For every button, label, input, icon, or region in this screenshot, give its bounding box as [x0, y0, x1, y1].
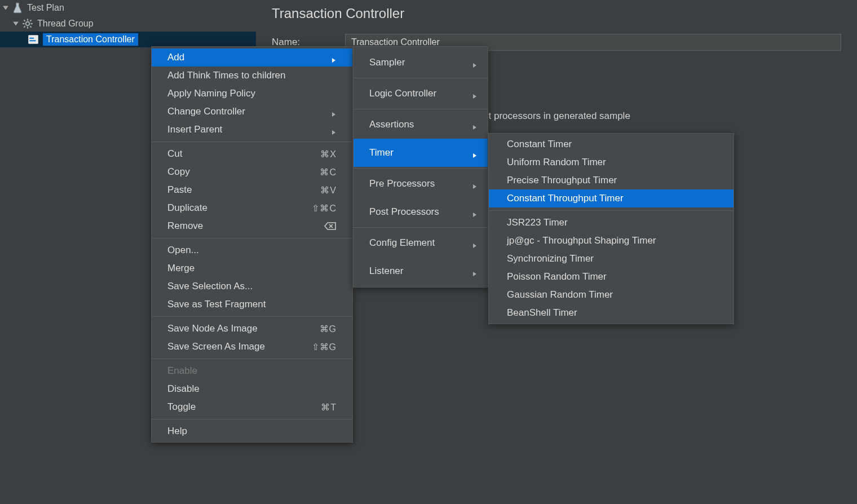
- expand-arrow-icon[interactable]: [2, 5, 9, 11]
- menu-label: Listener: [369, 266, 403, 277]
- menu-item-constant-timer[interactable]: Constant Timer: [489, 135, 734, 153]
- menu-item-help[interactable]: Help: [152, 422, 352, 440]
- menu-label: Help: [167, 426, 187, 437]
- menu-item-cut[interactable]: Cut⌘X: [152, 145, 352, 163]
- tree-item-thread-group[interactable]: Thread Group: [0, 16, 256, 32]
- svg-marker-16: [332, 130, 335, 135]
- menu-item-duplicate[interactable]: Duplicate⇧⌘C: [152, 199, 352, 217]
- submenu-arrow-icon: [472, 91, 478, 96]
- menu-item-beanshell-timer[interactable]: BeanShell Timer: [489, 304, 734, 322]
- menu-label: Insert Parent: [167, 124, 222, 135]
- menu-item-assertions[interactable]: Assertions: [354, 110, 488, 139]
- menu-label: JSR223 Timer: [507, 217, 568, 228]
- svg-line-9: [24, 26, 25, 27]
- menu-label: Pre Processors: [369, 178, 435, 189]
- menu-label: Sampler: [369, 57, 405, 68]
- menu-item-disable[interactable]: Disable: [152, 380, 352, 398]
- svg-marker-21: [473, 125, 476, 130]
- menu-item-synchronizing-timer[interactable]: Synchronizing Timer: [489, 250, 734, 268]
- menu-item-change-controller[interactable]: Change Controller: [152, 103, 352, 121]
- svg-marker-23: [473, 184, 476, 189]
- tree-item-transaction-controller[interactable]: Transaction Controller: [0, 32, 256, 47]
- menu-item-add[interactable]: Add: [152, 48, 352, 67]
- svg-marker-22: [473, 153, 476, 158]
- menu-item-poisson-random-timer[interactable]: Poisson Random Timer: [489, 268, 734, 286]
- menu-separator: [152, 419, 352, 419]
- flask-icon: [11, 2, 24, 14]
- shortcut: ⌘T: [321, 402, 337, 413]
- menu-item-pre-processors[interactable]: Pre Processors: [354, 170, 488, 198]
- menu-item-merge[interactable]: Merge: [152, 259, 352, 277]
- menu-separator: [354, 227, 488, 228]
- svg-marker-0: [3, 6, 8, 10]
- menu-item-toggle[interactable]: Toggle⌘T: [152, 398, 352, 416]
- menu-item-save-fragment[interactable]: Save as Test Fragment: [152, 295, 352, 313]
- menu-label: Post Processors: [369, 206, 439, 218]
- menu-label: Remove: [167, 220, 203, 232]
- menu-item-post-processors[interactable]: Post Processors: [354, 198, 488, 226]
- menu-item-config-element[interactable]: Config Element: [354, 229, 488, 257]
- submenu-arrow-icon: [472, 240, 478, 246]
- menu-item-gaussian-random-timer[interactable]: Gaussian Random Timer: [489, 286, 734, 304]
- menu-separator: [354, 78, 488, 78]
- menu-label: Save Selection As...: [167, 281, 253, 292]
- menu-item-precise-throughput-timer[interactable]: Precise Throughput Timer: [489, 171, 734, 189]
- menu-item-sampler[interactable]: Sampler: [354, 48, 488, 77]
- menu-label: Logic Controller: [369, 88, 436, 99]
- menu-label: Gaussian Random Timer: [507, 289, 613, 300]
- submenu-arrow-icon: [472, 181, 478, 187]
- menu-item-jpgc-throughput-timer[interactable]: jp@gc - Throughput Shaping Timer: [489, 232, 734, 250]
- menu-item-save-node-image[interactable]: Save Node As Image⌘G: [152, 320, 352, 338]
- shortcut: ⌘G: [320, 324, 337, 334]
- svg-marker-15: [332, 112, 335, 117]
- menu-item-add-think-times[interactable]: Add Think Times to children: [152, 67, 352, 85]
- timer-submenu: Constant Timer Uniform Random Timer Prec…: [488, 133, 734, 324]
- tree-item-test-plan[interactable]: Test Plan: [0, 0, 256, 16]
- menu-separator: [354, 168, 488, 169]
- menu-item-insert-parent[interactable]: Insert Parent: [152, 121, 352, 139]
- submenu-arrow-icon: [331, 55, 337, 60]
- tree-label: Thread Group: [37, 19, 94, 29]
- svg-marker-20: [473, 94, 476, 99]
- tree-label: Transaction Controller: [43, 33, 138, 46]
- menu-separator: [152, 238, 352, 238]
- submenu-arrow-icon: [472, 209, 478, 215]
- menu-item-remove[interactable]: Remove: [152, 217, 352, 235]
- menu-label: Add: [167, 52, 184, 63]
- menu-item-constant-throughput-timer[interactable]: Constant Throughput Timer: [489, 189, 734, 207]
- shortcut: ⇧⌘G: [312, 342, 337, 352]
- menu-item-listener[interactable]: Listener: [354, 257, 488, 285]
- menu-label: Cut: [167, 148, 182, 160]
- gear-icon: [21, 17, 34, 30]
- menu-item-timer[interactable]: Timer: [354, 139, 488, 167]
- menu-item-copy[interactable]: Copy⌘C: [152, 163, 352, 181]
- menu-separator: [152, 316, 352, 317]
- menu-label: Open...: [167, 245, 199, 256]
- submenu-arrow-icon: [472, 122, 478, 127]
- shortcut: ⌘C: [320, 167, 337, 178]
- menu-label: Add Think Times to children: [167, 70, 285, 81]
- menu-item-uniform-random-timer[interactable]: Uniform Random Timer: [489, 153, 734, 171]
- menu-label: Synchronizing Timer: [507, 253, 594, 264]
- menu-item-save-selection[interactable]: Save Selection As...: [152, 277, 352, 295]
- menu-label: Assertions: [369, 119, 414, 130]
- shortcut: ⇧⌘C: [312, 203, 337, 214]
- svg-marker-25: [473, 244, 476, 248]
- menu-label: Copy: [167, 166, 190, 178]
- menu-item-save-screen-image[interactable]: Save Screen As Image⇧⌘G: [152, 338, 352, 356]
- menu-item-paste[interactable]: Paste⌘V: [152, 181, 352, 199]
- menu-item-logic-controller[interactable]: Logic Controller: [354, 79, 488, 108]
- menu-label: Uniform Random Timer: [507, 157, 606, 168]
- menu-item-jsr223-timer[interactable]: JSR223 Timer: [489, 214, 734, 232]
- delete-icon: [324, 222, 337, 231]
- menu-label: Save Node As Image: [167, 323, 258, 334]
- menu-label: Poisson Random Timer: [507, 271, 607, 282]
- context-menu: Add Add Think Times to children Apply Na…: [151, 46, 353, 443]
- menu-item-apply-naming[interactable]: Apply Naming Policy: [152, 85, 352, 103]
- menu-label: Constant Timer: [507, 139, 572, 150]
- menu-label: Precise Throughput Timer: [507, 175, 617, 186]
- svg-line-10: [30, 20, 31, 21]
- menu-item-open[interactable]: Open...: [152, 241, 352, 259]
- expand-arrow-icon[interactable]: [12, 20, 19, 27]
- menu-label: Save as Test Fragment: [167, 299, 266, 310]
